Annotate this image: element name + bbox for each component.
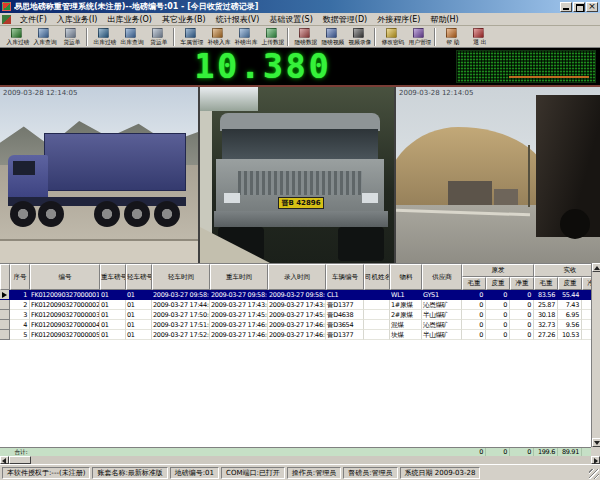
menu-item[interactable]: 入库业务(I) [52,14,103,25]
video-record-icon [353,28,364,38]
table-body: 1FK012009032700000101012009-03-27 09:58:… [0,290,591,340]
outbound-search-icon [125,28,136,38]
table-row[interactable]: 5FK012009032700000501012009-03-27 17:52:… [0,330,591,340]
toolbar-button[interactable]: 入库查询 [30,26,57,47]
total-label: 合计: [12,448,451,456]
truck-bumper [214,211,388,227]
table-row[interactable]: 1FK012009032700000101012009-03-27 09:58:… [0,290,591,300]
toolbar-button[interactable]: 随磅数据 [291,26,318,47]
horizontal-scrollbar[interactable] [0,456,600,464]
row-selector [0,310,10,320]
table-cell [364,300,390,310]
scroll-up-button[interactable] [592,263,600,272]
close-button[interactable] [586,2,598,12]
vertical-scrollbar[interactable] [591,263,600,447]
resize-grip[interactable] [589,469,599,479]
column-header: 重车磅号 [100,264,126,290]
toolbar-button[interactable]: 货运单 [144,26,171,47]
table-cell: 2009-03-27 17:51:00 [152,320,210,330]
scroll-left-button[interactable] [0,456,9,464]
table-cell: 01 [100,290,126,300]
table-cell: 10.53 [558,330,582,340]
toolbar-button[interactable]: 用户管理 [405,26,432,47]
menu-item[interactable]: 统计报表(V) [211,14,265,25]
group-header: 原发 [462,264,534,277]
table-cell: FK0120090327000005 [30,330,100,340]
table-cell: 0 [486,290,510,300]
hscroll-thumb[interactable] [9,456,31,464]
toolbar-button[interactable]: 补磅入库 [204,26,231,47]
row-selector [0,330,10,340]
menu-item[interactable]: 基础设置(S) [264,14,317,25]
grouped-columns: 原发实收毛重皮重净重毛重皮重净重 [462,264,591,290]
table-row[interactable]: 3FK012009032700000301012009-03-27 17:50:… [0,310,591,320]
toolbar-button[interactable]: 出库查询 [117,26,144,47]
camera-3-view: 2009-03-28 12:14:05 [396,87,600,263]
table-cell: 25.87 [534,300,558,310]
column-header: 净重 [510,277,534,290]
column-header: 重车时间 [210,264,268,290]
table-cell: FK0120090327000001 [30,290,100,300]
toolbar-button[interactable]: 出库过磅 [90,26,117,47]
truck-windshield [222,129,378,159]
menu-item[interactable]: 数据管理(D) [318,14,372,25]
table-cell: 1#原煤 [390,300,422,310]
records-table: 序号编号重车磅号轻车磅号轻车时间重车时间录入时间车辆编号司机姓名物料供应商原发实… [0,263,591,447]
toolbar-button[interactable]: 视频录像 [345,26,372,47]
toolbar-button[interactable]: 货运单 [57,26,84,47]
truck-wheel [154,201,180,227]
status-panel: 系统日期 2009-03-28 [400,467,481,479]
column-header: 录入时间 [268,264,326,290]
toolbar-button[interactable]: 帮 助 [438,26,465,47]
scroll-right-button[interactable] [591,456,600,464]
column-header: 净重 [582,277,591,290]
camera3-timestamp: 2009-03-28 12:14:05 [399,89,473,97]
maximize-button[interactable] [573,2,585,12]
table-cell: 6.95 [558,310,582,320]
table-cell [582,290,591,300]
table-cell: 2009-03-27 17:46:00 [210,320,268,330]
outbound-weigh-icon [98,28,109,38]
toolbar-button[interactable]: 退 出 [465,26,492,47]
table-cell: 01 [126,300,152,310]
table-cell: 0 [462,320,486,330]
column-header: 皮重 [558,277,582,290]
table-cell: 2009-03-27 17:52:00 [152,330,210,340]
toolbar-button[interactable]: 车属管理 [177,26,204,47]
scroll-down-button[interactable] [592,438,600,447]
table-cell: 晋D4638 [326,310,364,320]
table-row[interactable]: 4FK012009032700000401012009-03-27 17:51:… [0,320,591,330]
truck-wheel [560,209,590,239]
truck-wheel [38,201,64,227]
menu-item[interactable]: 帮助(H) [425,14,463,25]
toolbar-button[interactable]: 上传数据 [258,26,285,47]
menu-item[interactable]: 文件(F) [15,14,52,25]
table-cell: CL1 [326,290,364,300]
column-header: 司机姓名 [364,264,390,290]
total-value: 199.6 [534,448,558,456]
minimize-button[interactable] [560,2,572,12]
total-value [582,448,591,456]
camera-2-view: 晋B 42896 [200,87,394,263]
table-cell: 27.26 [534,330,558,340]
toolbar-button[interactable]: 入库过磅 [3,26,30,47]
menu-item[interactable]: 出库业务(O) [102,14,157,25]
table-cell: 沁恩煤矿 [422,300,462,310]
table-cell: 30.18 [534,310,558,320]
table-cell [582,330,591,340]
table-cell: 4 [10,320,30,330]
menu-item[interactable]: 其它业务(B) [157,14,211,25]
table-cell: 0 [510,290,534,300]
table-cell [582,300,591,310]
toolbar: 入库过磅 入库查询 货运单 出库过磅 出库查询 [0,26,600,48]
truck-grille [238,171,362,195]
toolbar-button[interactable]: 补磅出库 [231,26,258,47]
table-row[interactable]: 2FK012009032700000201012009-03-27 17:44:… [0,300,591,310]
camera3-building [448,181,492,207]
toolbar-button[interactable]: 修改密码 [378,26,405,47]
table-cell: 2009-03-27 17:43:00 [268,300,326,310]
table-cell: 01 [126,330,152,340]
menu-item[interactable]: 外接程序(E) [372,14,425,25]
toolbar-button[interactable]: 随磅视频 [318,26,345,47]
table-cell: 0 [486,330,510,340]
